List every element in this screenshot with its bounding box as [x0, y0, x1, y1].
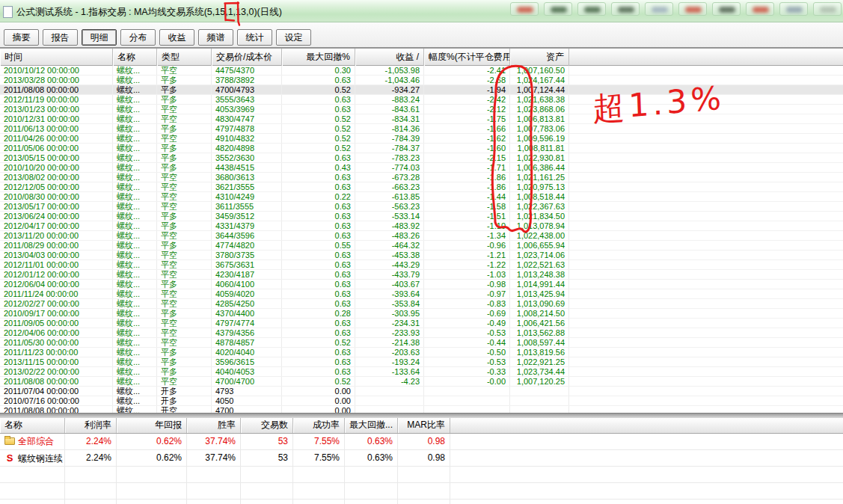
trade-row[interactable]: 2011/09/05 00:00:00螺纹...平空4797/47740.63-… — [0, 319, 843, 328]
title-bar[interactable]: 公式测试系统 - 1.指标交易 : MA均线交易系统(5,15,1,13,0)(… — [0, 0, 843, 22]
toolbar-button-9[interactable] — [779, 2, 808, 16]
trade-row[interactable]: 2013/06/24 00:00:00螺纹...平多3459/35120.63-… — [0, 212, 843, 221]
cell-income: -784.39 — [355, 134, 424, 143]
cell-drawdown: 0.63 — [282, 328, 355, 337]
column-header-price[interactable]: 交易价/成本价 — [212, 49, 282, 66]
summary-table-body[interactable]: 全部综合2.24%0.62%37.74%537.55%0.63%0.98S螺纹钢… — [0, 434, 843, 504]
toolbar-button-3[interactable] — [577, 2, 606, 16]
column-header-drawdown[interactable]: 最大回撤% — [282, 49, 355, 66]
trade-row[interactable]: 2013/01/23 00:00:00螺纹...平空4053/39690.63-… — [0, 105, 843, 114]
tab-明细[interactable]: 明细 — [82, 29, 117, 46]
trade-row[interactable]: 2013/11/20 00:00:00螺纹...平空3644/35960.63-… — [0, 231, 843, 241]
cell-range: -1.66 — [424, 124, 510, 133]
tab-频谱[interactable]: 频谱 — [198, 29, 233, 46]
trade-row[interactable]: 2011/05/30 00:00:00螺纹...平空4878/48570.52-… — [0, 338, 843, 348]
trade-row[interactable]: 2011/11/23 00:00:00螺纹...平多4020/40400.63-… — [0, 348, 843, 357]
trade-row[interactable]: 2013/04/03 00:00:00螺纹...平空3780/37350.63-… — [0, 251, 843, 260]
column-header-name[interactable]: 名称 — [113, 49, 157, 66]
trade-row[interactable]: 2011/04/26 00:00:00螺纹...平空4910/48320.52-… — [0, 134, 843, 144]
summary-header-success-rate[interactable]: 成功率 — [293, 418, 345, 433]
toolbar-button-glyph — [752, 7, 769, 13]
summary-row[interactable]: S螺纹钢连续2.24%0.62%37.74%537.55%0.63%0.98 — [0, 450, 843, 467]
trade-row[interactable]: 2012/12/05 00:00:00螺纹...平空3621/35550.63-… — [0, 182, 843, 192]
trade-row[interactable]: 2010/09/17 00:00:00螺纹...平多4370/44000.28-… — [0, 309, 843, 319]
tab-报告[interactable]: 报告 — [43, 29, 78, 46]
trade-row[interactable]: 2012/02/27 00:00:00螺纹...平空4285/42500.63-… — [0, 299, 843, 309]
trade-row[interactable]: 2011/08/29 00:00:00螺纹...平多4774/48200.55-… — [0, 241, 843, 251]
summary-empty-cell — [0, 500, 65, 504]
summary-header-mar-ratio[interactable]: MAR比率 — [398, 418, 450, 433]
trade-row[interactable]: 2012/11/19 00:00:00螺纹...平多3555/36430.63-… — [0, 95, 843, 105]
trade-row[interactable]: 2011/08/08 00:00:00螺纹...平多4700/47930.52-… — [0, 85, 843, 95]
trade-row[interactable]: 2010/12/31 00:00:00螺纹...平空4830/47470.52-… — [0, 114, 843, 124]
cell-drawdown: 0.63 — [282, 348, 355, 357]
summary-header-annual-return[interactable]: 年回报 — [117, 418, 187, 433]
trade-row[interactable]: 2010/10/20 00:00:00螺纹...平多4438/45150.43-… — [0, 163, 843, 173]
toolbar-button-10[interactable] — [813, 2, 842, 16]
column-header-asset[interactable]: 资产 — [510, 49, 569, 66]
trade-row[interactable]: 2013/05/17 00:00:00螺纹...平空3611/35550.63-… — [0, 202, 843, 212]
cell-income: -613.85 — [355, 192, 424, 201]
toolbar-button-5[interactable] — [645, 2, 673, 16]
trade-row[interactable]: 2011/08/08 00:00:00螺纹...平空4700/47000.52-… — [0, 377, 843, 387]
column-header-income[interactable]: 收益 / — [355, 49, 424, 66]
summary-header-win-rate[interactable]: 胜率 — [187, 418, 241, 433]
pane-divider[interactable] — [0, 413, 843, 418]
trade-row[interactable]: 2012/01/12 00:00:00螺纹...平空4230/41870.63-… — [0, 270, 843, 280]
trade-row[interactable]: 2010/08/30 00:00:00螺纹...平空4310/42490.22-… — [0, 192, 843, 202]
trade-table-body[interactable]: 2010/10/12 00:00:00螺纹...平空4475/43700.30-… — [0, 66, 843, 413]
summary-header-profit-rate[interactable]: 利润率 — [65, 418, 117, 433]
cell-price: 4331/4379 — [212, 221, 282, 230]
summary-row[interactable]: 全部综合2.24%0.62%37.74%537.55%0.63%0.98 — [0, 434, 843, 450]
cell-time: 2010/08/30 00:00:00 — [0, 192, 113, 201]
cell-time: 2012/11/01 00:00:00 — [0, 260, 113, 269]
trade-row[interactable]: 2012/04/06 00:00:00螺纹...平空4379/43560.63-… — [0, 328, 843, 338]
summary-header-trade-count[interactable]: 交易数 — [241, 418, 293, 433]
trade-row[interactable]: 2011/05/06 00:00:00螺纹...平多4820/48980.52-… — [0, 144, 843, 153]
trade-row[interactable]: 2011/08/08 00:00:00螺纹...开空47000.00 — [0, 406, 843, 413]
tab-摘要[interactable]: 摘要 — [4, 29, 39, 46]
cell-type: 平空 — [157, 134, 212, 143]
tab-统计[interactable]: 统计 — [237, 29, 272, 46]
trade-row[interactable]: 2013/11/15 00:00:00螺纹...平多3596/36150.63-… — [0, 357, 843, 367]
trade-row[interactable]: 2010/10/12 00:00:00螺纹...平空4475/43700.30-… — [0, 66, 843, 76]
cell-asset: 1,006,813.81 — [510, 114, 569, 123]
cell-name: 螺纹... — [113, 309, 157, 318]
tab-设定[interactable]: 设定 — [276, 29, 311, 46]
cell-name: 螺纹... — [113, 76, 157, 84]
summary-header-name[interactable]: 名称 — [0, 418, 65, 433]
cell-name: 螺纹... — [113, 289, 157, 298]
trade-row[interactable]: 2013/03/28 00:00:00螺纹...平多3788/38920.63-… — [0, 76, 843, 85]
trade-row[interactable]: 2013/05/15 00:00:00螺纹...平多3552/36300.63-… — [0, 153, 843, 163]
trade-row[interactable]: 2013/08/02 00:00:00螺纹...平空3680/36130.63-… — [0, 173, 843, 182]
toolbar-button-1[interactable] — [510, 2, 539, 16]
cell-time: 2013/11/15 00:00:00 — [0, 357, 113, 366]
column-header-range[interactable]: 幅度%(不计平仓费用) — [424, 49, 510, 66]
tab-收益[interactable]: 收益 — [159, 29, 194, 46]
tab-分布[interactable]: 分布 — [120, 29, 156, 46]
cell-drawdown: 0.63 — [282, 182, 355, 191]
column-header-type[interactable]: 类型 — [157, 49, 212, 66]
cell-time: 2012/12/05 00:00:00 — [0, 182, 113, 191]
summary-header-max-drawdown[interactable]: 最大回撤... — [345, 418, 398, 433]
toolbar-button-4[interactable] — [611, 2, 640, 16]
trade-row[interactable]: 2010/07/16 00:00:00螺纹...开多40500.00 — [0, 396, 843, 406]
trade-row[interactable]: 2012/11/01 00:00:00螺纹...平空3675/36310.63-… — [0, 260, 843, 270]
toolbar-button-7[interactable] — [712, 2, 741, 16]
toolbar-button-8[interactable] — [746, 2, 774, 16]
trade-row[interactable]: 2013/02/22 00:00:00螺纹...平多4040/40530.63-… — [0, 367, 843, 377]
column-header-time[interactable]: 时间 — [0, 49, 113, 66]
cell-income: -784.37 — [355, 144, 424, 153]
trade-row[interactable]: 2011/11/24 00:00:00螺纹...平空4059/40200.63-… — [0, 289, 843, 299]
trade-row[interactable]: 2012/04/17 00:00:00螺纹...平多4331/43790.63-… — [0, 221, 843, 231]
cell-time: 2011/08/08 00:00:00 — [0, 377, 113, 386]
cell-asset: 1,014,991.44 — [510, 280, 569, 289]
trade-row[interactable]: 2011/06/13 00:00:00螺纹...平多4797/48780.52-… — [0, 124, 843, 134]
cell-type: 平空 — [157, 114, 212, 123]
cell-name: 螺纹... — [113, 367, 157, 376]
trade-row[interactable]: 2012/06/04 00:00:00螺纹...平多4060/41000.63-… — [0, 280, 843, 289]
cell-type: 平空 — [157, 328, 212, 337]
toolbar-button-2[interactable] — [544, 2, 572, 16]
trade-row[interactable]: 2011/07/04 00:00:00螺纹...开多47930.00 — [0, 387, 843, 396]
toolbar-button-6[interactable] — [678, 2, 707, 16]
